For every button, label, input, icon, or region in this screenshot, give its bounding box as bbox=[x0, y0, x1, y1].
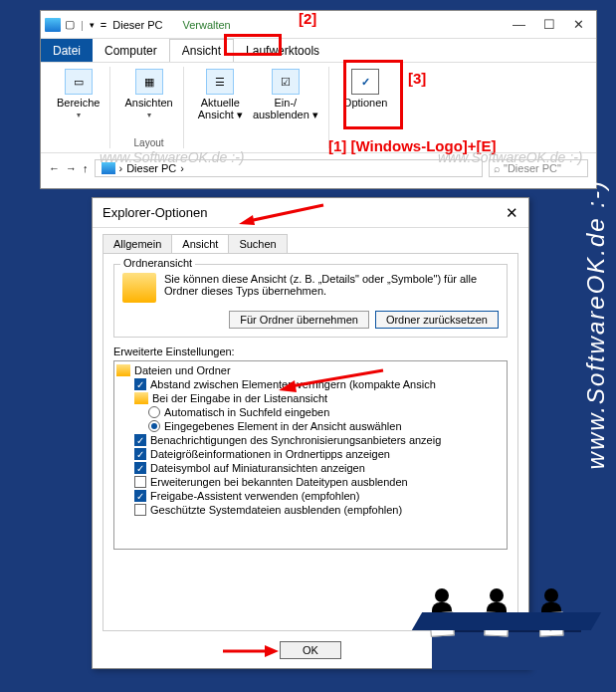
ribbon-bereiche[interactable]: ▭ Bereiche ▾ bbox=[55, 67, 102, 121]
apply-to-folders-button[interactable]: Für Ordner übernehmen bbox=[229, 311, 369, 329]
minimize-button[interactable]: — bbox=[513, 17, 525, 32]
dlg-tab-suchen[interactable]: Suchen bbox=[228, 234, 287, 253]
radio[interactable] bbox=[148, 420, 160, 432]
explorer-options-dialog: Explorer-Optionen ✕ Allgemein Ansicht Su… bbox=[92, 197, 529, 669]
radio[interactable] bbox=[148, 406, 160, 418]
ok-button[interactable]: OK bbox=[280, 641, 341, 659]
ordneransicht-group: Ordneransicht Sie können diese Ansicht (… bbox=[113, 264, 508, 338]
dialog-titlebar: Explorer-Optionen ✕ bbox=[93, 198, 528, 228]
marker-3: [3] bbox=[408, 70, 426, 87]
pc-icon bbox=[45, 18, 61, 32]
explorer-menubar: Datei Computer Ansicht Laufwerktools bbox=[41, 39, 596, 63]
checkbox[interactable]: ✓ bbox=[134, 462, 146, 474]
current-view-icon: ☰ bbox=[206, 69, 234, 95]
dlg-tab-allgemein[interactable]: Allgemein bbox=[103, 234, 172, 253]
views-icon: ▦ bbox=[135, 69, 163, 95]
checkbox[interactable]: ✓ bbox=[134, 490, 146, 502]
judges-desk: 8 7 9 bbox=[417, 612, 596, 672]
watermark-2: www.SoftwareOK.de :-) bbox=[438, 149, 583, 165]
ribbon-optionen[interactable]: ✓ Optionen bbox=[341, 67, 390, 111]
tab-computer[interactable]: Computer bbox=[93, 39, 169, 62]
advanced-settings-tree[interactable]: Dateien und Ordner ✓Abstand zwischen Ele… bbox=[113, 360, 508, 550]
explorer-titlebar: ▢ | ▾ = Dieser PC Verwalten — ☐ ✕ bbox=[41, 11, 596, 39]
qat-check-icon: ▢ bbox=[65, 18, 75, 31]
folder-icon bbox=[116, 364, 130, 376]
window-title: Dieser PC bbox=[112, 19, 162, 31]
checkbox[interactable] bbox=[134, 504, 146, 516]
dialog-title: Explorer-Optionen bbox=[103, 205, 208, 220]
marker-2: [2] bbox=[299, 10, 316, 27]
qat-down-icon: ▾ bbox=[90, 20, 95, 30]
ribbon-ein-ausblenden[interactable]: ☑ Ein-/ ausblenden ▾ bbox=[251, 67, 320, 123]
checkbox[interactable] bbox=[134, 476, 146, 488]
folder-icon bbox=[134, 392, 148, 404]
ribbon: ▭ Bereiche ▾ ▦ Ansichten ▾ Layout ☰ Aktu bbox=[41, 63, 596, 152]
showhide-icon: ☑ bbox=[272, 69, 300, 95]
checkbox[interactable]: ✓ bbox=[134, 378, 146, 390]
dialog-close-button[interactable]: ✕ bbox=[506, 204, 518, 222]
dlg-tab-ansicht[interactable]: Ansicht bbox=[171, 234, 229, 253]
dialog-tabs: Allgemein Ansicht Suchen bbox=[93, 228, 528, 253]
options-icon: ✓ bbox=[351, 69, 379, 95]
tab-laufwerktools[interactable]: Laufwerktools bbox=[234, 39, 331, 62]
ribbon-aktuelle-ansicht[interactable]: ☰ Aktuelle Ansicht ▾ bbox=[196, 67, 245, 123]
watermark-1: www.SoftwareOK.de :-) bbox=[100, 149, 245, 165]
nav-fwd-icon[interactable]: → bbox=[66, 162, 77, 174]
tab-ansicht[interactable]: Ansicht bbox=[169, 39, 234, 62]
dialog-body: Ordneransicht Sie können diese Ansicht (… bbox=[103, 253, 518, 631]
nav-up-icon[interactable]: ↑ bbox=[83, 162, 89, 174]
checkbox[interactable]: ✓ bbox=[134, 448, 146, 460]
panes-icon: ▭ bbox=[65, 69, 93, 95]
nav-back-icon[interactable]: ← bbox=[49, 162, 60, 174]
ribbon-ansichten[interactable]: ▦ Ansichten ▾ bbox=[122, 67, 174, 121]
folder-icon bbox=[122, 273, 156, 303]
tab-datei[interactable]: Datei bbox=[41, 39, 93, 62]
close-button[interactable]: ✕ bbox=[573, 17, 584, 32]
ordneransicht-desc: Sie können diese Ansicht (z. B. „Details… bbox=[164, 273, 499, 303]
reset-folders-button[interactable]: Ordner zurücksetzen bbox=[375, 311, 499, 329]
watermark-vertical: www.SoftwareOK.de :-) bbox=[582, 179, 610, 469]
advanced-settings-label: Erweiterte Einstellungen: bbox=[113, 346, 508, 357]
maximize-button[interactable]: ☐ bbox=[543, 17, 555, 32]
manage-tab[interactable]: Verwalten bbox=[182, 19, 230, 31]
checkbox[interactable]: ✓ bbox=[134, 434, 146, 446]
